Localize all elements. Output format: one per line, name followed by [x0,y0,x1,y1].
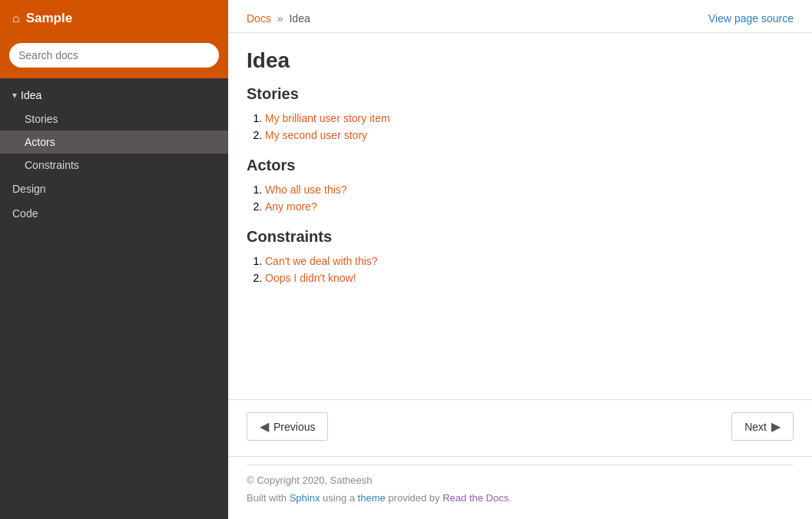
search-input[interactable] [9,43,219,68]
rtd-link[interactable]: Read the Docs [442,492,509,504]
sidebar-header: ⌂ Sample [0,0,228,37]
view-source-link[interactable]: View page source [708,12,794,25]
theme-link[interactable]: theme [358,492,386,504]
main-content: Docs » Idea View page source Idea Storie… [228,0,812,519]
nav-buttons: ◀ Previous Next ▶ [228,399,812,456]
breadcrumb: Docs » Idea [247,12,310,25]
constraint-link-1[interactable]: Can't we deal with this? [265,255,378,267]
section-title-constraints: Constraints [247,228,794,246]
sidebar-item-stories[interactable]: Stories [0,107,228,131]
list-item: Can't we deal with this? [265,255,794,267]
story-link-2[interactable]: My second user story [265,129,367,141]
constraints-list: Can't we deal with this? Oops I didn't k… [247,255,794,284]
footer: © Copyright 2020, Satheesh Built with Sp… [228,456,812,519]
breadcrumb-current: Idea [289,12,310,25]
built-with-label: Built with [247,492,287,504]
previous-arrow-icon: ◀ [260,419,269,434]
actor-link-1[interactable]: Who all use this? [265,183,347,196]
breadcrumb-docs-link[interactable]: Docs [247,12,271,25]
stories-list: My brilliant user story item My second u… [247,112,794,141]
breadcrumb-separator: » [277,12,283,25]
sidebar-item-design[interactable]: Design [0,177,228,201]
list-item: Oops I didn't know! [265,272,794,284]
copyright-text: © Copyright 2020, Satheesh [247,474,794,486]
page-title: Idea [247,48,794,73]
constraint-link-2[interactable]: Oops I didn't know! [265,272,356,284]
idea-section-header[interactable]: ▾ Idea [0,83,228,107]
next-label: Next [744,421,767,433]
collapse-icon: ▾ [12,90,17,101]
list-item: Any more? [265,200,794,213]
idea-section-label: Idea [21,89,41,101]
section-title-actors: Actors [247,157,794,174]
actor-link-2[interactable]: Any more? [265,200,317,213]
next-button[interactable]: Next ▶ [731,412,794,441]
list-item: Who all use this? [265,183,794,196]
footer-divider [247,464,794,465]
previous-label: Previous [273,421,315,433]
list-item: My brilliant user story item [265,112,794,124]
actors-list: Who all use this? Any more? [247,183,794,213]
previous-button[interactable]: ◀ Previous [247,412,328,441]
list-item: My second user story [265,129,794,141]
sidebar-nav: ▾ Idea Stories Actors Constraints Design… [0,78,228,519]
home-icon: ⌂ [12,12,20,25]
search-box-wrapper [0,37,228,78]
sidebar-item-code[interactable]: Code [0,201,228,226]
sidebar-title: Sample [26,11,72,26]
content-header: Docs » Idea View page source [228,0,812,33]
sphinx-link[interactable]: Sphinx [290,492,320,504]
section-title-stories: Stories [247,85,794,103]
content-body: Idea Stories My brilliant user story ite… [228,33,812,399]
sidebar-item-constraints[interactable]: Constraints [0,154,228,177]
sidebar: ⌂ Sample ▾ Idea Stories Actors Constrain… [0,0,228,519]
next-arrow-icon: ▶ [771,419,781,434]
sidebar-item-actors[interactable]: Actors [0,131,228,154]
story-link-1[interactable]: My brilliant user story item [265,112,390,124]
built-with-text: Built with Sphinx using a theme provided… [247,492,794,504]
